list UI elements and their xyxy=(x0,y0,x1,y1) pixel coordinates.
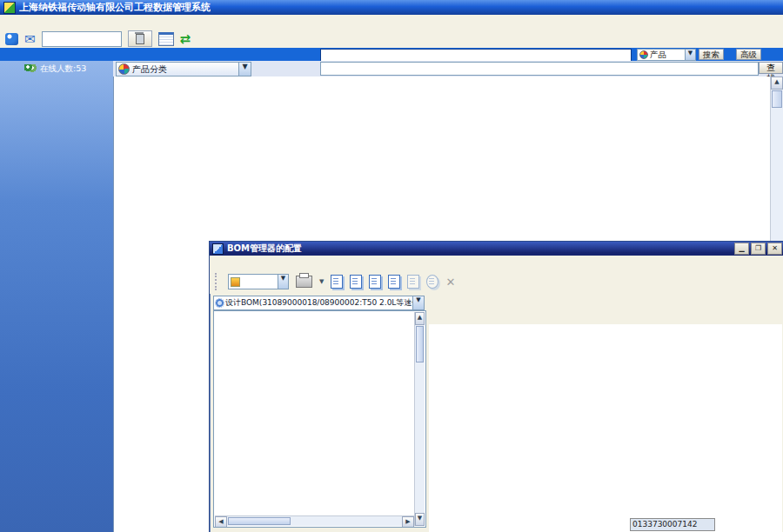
chevron-down-icon[interactable]: ▼ xyxy=(238,63,251,76)
product-table-header xyxy=(252,76,783,90)
bom-config-window: BOM管理器的配置 ▁ ❐ ✕ ▼ ▼ ✕ xyxy=(209,241,783,532)
cell-editor-overlay[interactable]: 0133730007142 xyxy=(630,518,715,531)
scrollbar-thumb[interactable] xyxy=(416,326,424,362)
search-button[interactable]: 搜索 xyxy=(699,49,724,60)
paste-icon xyxy=(407,275,419,289)
online-users-label: 在线人数:53 xyxy=(40,63,86,75)
close-button[interactable]: ✕ xyxy=(767,243,782,255)
bom-view-combo[interactable]: ▼ xyxy=(228,274,289,289)
scroll-up-icon[interactable]: ▲ xyxy=(415,312,425,325)
find-button[interactable]: 查找 xyxy=(759,62,783,74)
scrollbar-thumb[interactable] xyxy=(228,517,291,525)
toolbar-grip[interactable] xyxy=(215,273,219,290)
bom-table-header xyxy=(429,324,782,337)
new-document-icon[interactable] xyxy=(350,275,362,289)
application-window: 上海纳铁福传动轴有限公司工程数据管理系统 ✉ ⇄ 产品 ▼ 搜索 高级 产品分类… xyxy=(0,0,783,532)
bom-root-combo[interactable]: 设计BOM(31089000018/08900002:T50 2.0L等速传动轴… xyxy=(213,296,425,310)
bom-tree-vscrollbar[interactable]: ▲ ▼ xyxy=(414,312,425,526)
scroll-left-icon[interactable]: ◀ xyxy=(215,516,227,528)
bom-window-titlebar: BOM管理器的配置 ▁ ❐ ✕ xyxy=(210,242,783,256)
nav-search-input[interactable] xyxy=(320,49,632,62)
copy-bom-icon[interactable] xyxy=(331,275,343,289)
title-bar: 上海纳铁福传动轴有限公司工程数据管理系统 xyxy=(0,0,783,15)
trash-icon xyxy=(136,34,144,44)
advanced-search-button[interactable]: 高级 xyxy=(736,49,761,60)
copy-structure-icon[interactable] xyxy=(369,275,381,289)
refresh-icon[interactable]: ⇄ xyxy=(180,33,191,45)
bom-sub-tabs xyxy=(429,309,780,324)
product-scope-icon xyxy=(639,50,648,59)
category-combo[interactable]: 产品分类 ▼ xyxy=(116,62,251,76)
product-table: ▲ xyxy=(252,76,783,241)
bom-toolbar: ▼ ▼ ✕ xyxy=(210,269,783,294)
search-scope-combo[interactable]: 产品 ▼ xyxy=(637,49,696,61)
query-input[interactable] xyxy=(320,62,759,76)
chevron-down-icon[interactable]: ▼ xyxy=(278,275,288,289)
menu-bar xyxy=(0,15,783,30)
minimize-button[interactable]: ▁ xyxy=(734,243,749,255)
bom-tree: ▲ ▼ ◀ ▶ xyxy=(213,310,426,528)
chevron-down-icon[interactable]: ▼ xyxy=(685,50,695,60)
bom-menu-bar xyxy=(210,256,783,270)
scroll-down-icon[interactable]: ▼ xyxy=(415,513,425,526)
filter-row: 产品分类 ▼ 查找 xyxy=(113,61,783,77)
bom-root-value: 设计BOM(31089000018/08900002:T50 2.0L等速传动轴… xyxy=(225,297,412,309)
scrollbar-thumb[interactable] xyxy=(772,90,782,108)
product-table-scrollbar[interactable]: ▲ xyxy=(770,76,783,241)
bom-structure-table xyxy=(429,324,782,532)
print-icon[interactable] xyxy=(296,276,312,288)
bom-view-icon xyxy=(231,277,240,287)
app-icon xyxy=(3,2,16,14)
bom-window-buttons: ▁ ❐ ✕ xyxy=(733,243,783,255)
window-title: 上海纳铁福传动轴有限公司工程数据管理系统 xyxy=(19,1,211,14)
clear-button[interactable] xyxy=(128,30,152,47)
online-users-icon xyxy=(24,64,37,74)
datacard-icon[interactable] xyxy=(158,32,174,46)
bom-detail-tabs xyxy=(429,295,780,309)
online-users: 在线人数:53 xyxy=(0,61,113,78)
print-options-chevron-icon[interactable]: ▼ xyxy=(319,278,324,285)
quick-search-input[interactable] xyxy=(42,31,122,47)
export-document-icon[interactable] xyxy=(388,275,400,289)
category-combo-value: 产品分类 xyxy=(132,63,167,76)
bom-tree-hscrollbar[interactable]: ◀ ▶ xyxy=(215,515,414,526)
scroll-up-icon[interactable]: ▲ xyxy=(771,76,783,90)
delete-icon: ✕ xyxy=(445,276,455,289)
bom-window-icon xyxy=(212,243,224,255)
undo-icon xyxy=(426,275,438,289)
nav-bar: 产品 ▼ 搜索 高级 xyxy=(0,48,783,61)
main-toolbar: ✉ ⇄ xyxy=(0,30,783,49)
user-icon[interactable] xyxy=(5,33,18,45)
chevron-down-icon[interactable]: ▼ xyxy=(412,296,424,309)
search-scope-value: 产品 xyxy=(650,50,666,61)
mail-icon[interactable]: ✉ xyxy=(24,33,36,45)
restore-button[interactable]: ❐ xyxy=(751,243,766,255)
category-combo-icon xyxy=(118,63,130,75)
bom-root-icon xyxy=(216,299,224,307)
bom-window-title: BOM管理器的配置 xyxy=(227,243,302,255)
scroll-right-icon[interactable]: ▶ xyxy=(402,516,414,528)
sidebar: 在线人数:53 xyxy=(0,61,113,532)
